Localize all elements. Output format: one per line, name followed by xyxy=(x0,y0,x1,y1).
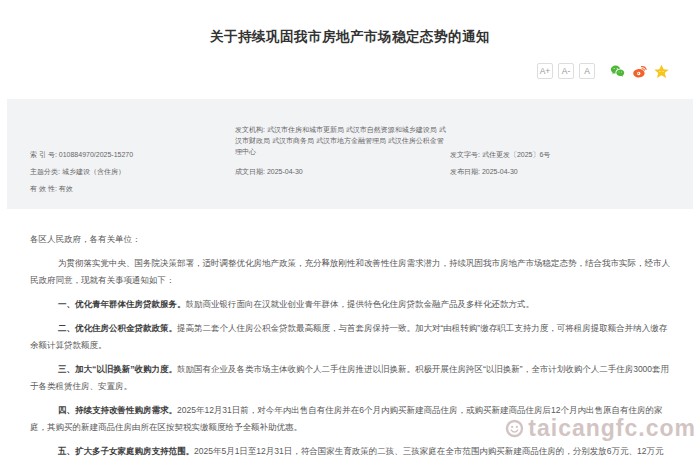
meta-org-value: 武汉市住房和城市更新局 武汉市自然资源和城乡建设局 武汉市财政局 武汉市商务局 … xyxy=(235,126,446,155)
meta-category-value: 城乡建设（含住房） xyxy=(62,168,125,175)
meta-index-label: 索 引 号: xyxy=(30,151,57,158)
notice-page: 关于持续巩固我市房地产市场稳定态势的通知 A+ A- A xyxy=(0,28,700,457)
section-5-heading: 五、扩大多子女家庭购房支持范围。 xyxy=(58,446,194,456)
meta-publish-date: 发布日期: 2025-04-30 xyxy=(450,166,679,177)
section-2: 二、优化住房公积金贷款政策。提高第二套个人住房公积金贷款最高额度，与首套房保持一… xyxy=(30,320,670,354)
section-4-heading: 四、持续支持改善性购房需求。 xyxy=(58,405,177,415)
section-4: 四、持续支持改善性购房需求。2025年12月31日前，对今年内出售自有住房并在6… xyxy=(30,402,670,436)
page-title: 关于持续巩固我市房地产市场稳定态势的通知 xyxy=(0,28,700,46)
toolbar: A+ A- A xyxy=(0,62,670,80)
meta-publish-label: 发布日期: xyxy=(450,168,480,175)
section-1-text: 鼓励商业银行面向在汉就业创业青年群体，提供特色化住房贷款金融产品及多样化还款方式… xyxy=(186,299,535,309)
wechat-share-icon[interactable] xyxy=(609,63,626,80)
meta-docnum-value: 武住更发〔2025〕6号 xyxy=(482,151,550,158)
meta-docnum-label: 发文字号: xyxy=(450,151,480,158)
meta-written-date: 成文日期: 2025-04-30 xyxy=(235,166,450,177)
meta-category-label: 主题分类: xyxy=(30,168,60,175)
font-decrease-button[interactable]: A- xyxy=(558,63,574,79)
font-increase-button[interactable]: A+ xyxy=(537,63,553,79)
meta-validity-label: 有 效 性: xyxy=(30,185,57,192)
salutation: 各区人民政府，各有关单位： xyxy=(30,231,670,248)
meta-written-value: 2025-04-30 xyxy=(267,168,303,175)
meta-validity-value: 有效 xyxy=(59,185,73,192)
meta-index-value: 010884970/2025-15270 xyxy=(59,151,133,158)
meta-issuing-org: 发文机构: 武汉市住房和城市更新局 武汉市自然资源和城乡建设局 武汉市财政局 武… xyxy=(235,124,450,160)
font-reset-button[interactable]: A xyxy=(579,63,595,79)
section-1: 一、优化青年群体住房贷款服务。鼓励商业银行面向在汉就业创业青年群体，提供特色化住… xyxy=(30,296,670,313)
meta-org-label: 发文机构: xyxy=(235,126,265,133)
meta-category: 主题分类: 城乡建设（含住房） xyxy=(30,166,235,177)
section-3: 三、加大“以旧换新”收购力度。鼓励国有企业及各类市场主体收购个人二手住房推进以旧… xyxy=(30,361,670,395)
meta-validity: 有 效 性: 有效 xyxy=(30,183,235,194)
section-1-heading: 一、优化青年群体住房贷款服务。 xyxy=(58,299,186,309)
favorite-star-icon[interactable] xyxy=(653,63,670,80)
meta-doc-number: 发文字号: 武住更发〔2025〕6号 xyxy=(450,149,679,160)
intro-paragraph: 为贯彻落实党中央、国务院决策部署，适时调整优化房地产政策，充分释放刚性和改善性住… xyxy=(30,255,670,289)
weibo-share-icon[interactable] xyxy=(631,63,648,80)
section-5: 五、扩大多子女家庭购房支持范围。2025年5月1日至12月31日，符合国家生育政… xyxy=(30,443,670,457)
meta-publish-value: 2025-04-30 xyxy=(482,168,518,175)
meta-written-label: 成文日期: xyxy=(235,168,265,175)
notice-body: 各区人民政府，各有关单位： 为贯彻落实党中央、国务院决策部署，适时调整优化房地产… xyxy=(30,231,670,457)
meta-index-number: 索 引 号: 010884970/2025-15270 xyxy=(30,149,235,160)
document-meta-panel: 索 引 号: 010884970/2025-15270 发文机构: 武汉市住房和… xyxy=(7,99,693,209)
section-2-heading: 二、优化住房公积金贷款政策。 xyxy=(58,323,177,333)
section-3-heading: 三、加大“以旧换新”收购力度。 xyxy=(58,364,177,374)
